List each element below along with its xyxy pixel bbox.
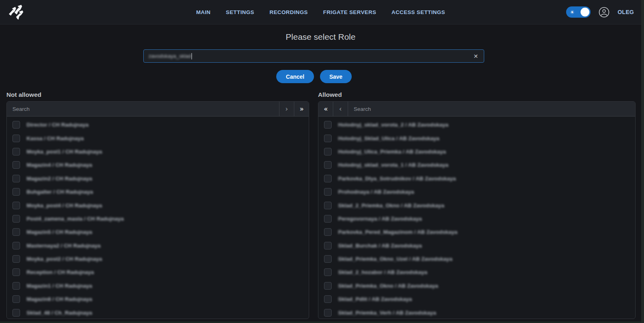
item-label: Sklad_Priemka_Okno_Uzel / AB Zavodskaya — [338, 256, 452, 262]
role-input-value: zavodskaya_sklad — [149, 53, 191, 59]
list-item: Moyka_post2 / CH Radujnaya — [7, 252, 309, 266]
item-label: Post4_zamena_masla / CH Radujnaya — [26, 216, 124, 222]
item-checkbox[interactable] — [324, 188, 332, 196]
item-label: Magazin8 / CH Radujnaya — [26, 296, 92, 302]
allowed-list: Holodnyj_sklad_vorota_2 / AB ZavodskayaH… — [318, 117, 635, 319]
item-checkbox[interactable] — [324, 295, 332, 303]
cancel-button[interactable]: Cancel — [276, 70, 314, 83]
horizontal-scrollbar[interactable] — [0, 321, 641, 323]
item-checkbox[interactable] — [12, 242, 20, 249]
toggle-knob — [581, 8, 589, 16]
item-checkbox[interactable] — [12, 268, 20, 276]
allowed-search-input[interactable] — [348, 102, 635, 116]
nav-item-recordings[interactable]: RECORDINGS — [269, 9, 308, 15]
item-label: Sklad_Burchak / AB Zavodskaya — [338, 243, 422, 249]
item-checkbox[interactable] — [324, 135, 332, 142]
item-checkbox[interactable] — [324, 215, 332, 223]
item-label: Sklad_2_Priemka_Okno / AB Zavodskaya — [338, 202, 444, 209]
item-checkbox[interactable] — [12, 121, 20, 129]
main-nav-menu: MAIN SETTINGS RECORDINGS FRIGATE SERVERS… — [196, 9, 445, 15]
not-allowed-list: Director / CH RadujnayaKassa / CH Radujn… — [7, 117, 309, 319]
list-item: Reception / CH Radujnaya — [7, 266, 309, 279]
item-checkbox[interactable] — [12, 309, 20, 317]
item-checkbox[interactable] — [12, 202, 20, 209]
list-item: Sklad_2_Priemka_Okno / AB Zavodskaya — [318, 198, 635, 212]
nav-item-main[interactable]: MAIN — [196, 9, 210, 15]
list-item: Sklad_48 / Ch_Radujnaya — [7, 306, 309, 319]
item-checkbox[interactable] — [324, 121, 332, 129]
not-allowed-header: › » — [7, 102, 309, 117]
list-item: Moyka_post1 / CH Radujnaya — [7, 145, 309, 158]
navbar-right: ☀ OLEG — [566, 6, 634, 18]
item-checkbox[interactable] — [324, 228, 332, 236]
item-checkbox[interactable] — [12, 175, 20, 182]
list-item: Peregovornaya / AB Zavodskaya — [318, 212, 635, 225]
item-checkbox[interactable] — [12, 188, 20, 196]
list-item: Magazin8 / CH Radujnaya — [7, 292, 309, 306]
user-circle-icon[interactable] — [599, 7, 609, 18]
item-checkbox[interactable] — [12, 161, 20, 169]
item-label: Sklad_2_hozabor / AB Zavodskaya — [338, 269, 427, 275]
item-label: Sklad_Pdlit / AB Zavodskaya — [338, 296, 412, 302]
role-input[interactable]: zavodskaya_sklad ✕ — [143, 49, 484, 63]
item-label: Buhgalter / CH Radujnaya — [26, 189, 93, 195]
not-allowed-panel: › » Director / CH RadujnayaKassa / CH Ra… — [6, 101, 309, 319]
list-item: Post4_zamena_masla / CH Radujnaya — [7, 212, 309, 225]
list-item: Prohodnaya / AB Zavodskaya — [318, 185, 635, 198]
move-all-right-icon[interactable]: » — [294, 102, 309, 116]
item-checkbox[interactable] — [12, 255, 20, 263]
allowed-title: Allowed — [318, 91, 342, 98]
clear-input-icon[interactable]: ✕ — [473, 53, 479, 60]
item-label: Reception / CH Radujnaya — [26, 269, 94, 275]
item-label: Holodnyj_sklad_vorota_1 / AB Zavodskaya — [338, 162, 448, 168]
item-checkbox[interactable] — [12, 282, 20, 290]
item-label: Parkovka_Dlya_Sotrudnikov / AB Zavodskay… — [338, 176, 456, 182]
item-checkbox[interactable] — [324, 282, 332, 290]
item-checkbox[interactable] — [12, 295, 20, 303]
list-item: Magazin5 / CH Radujnaya — [7, 225, 309, 239]
item-checkbox[interactable] — [324, 202, 332, 209]
list-item: Magazin1 / CH Radujnaya — [7, 279, 309, 292]
item-checkbox[interactable] — [324, 175, 332, 182]
nav-item-access-settings[interactable]: ACCESS SETTINGS — [391, 9, 445, 15]
item-checkbox[interactable] — [12, 135, 20, 142]
not-allowed-search-input[interactable] — [7, 102, 279, 116]
sun-icon: ☀ — [570, 10, 575, 15]
item-checkbox[interactable] — [12, 148, 20, 155]
list-item: Sklad_2_hozabor / AB Zavodskaya — [318, 266, 635, 279]
allowed-header: « ‹ — [318, 102, 635, 117]
list-item: Sklad_Pdlit / AB Zavodskaya — [318, 292, 635, 306]
item-label: Magazin2 / CH Radujnaya — [26, 176, 92, 182]
item-checkbox[interactable] — [324, 255, 332, 263]
item-checkbox[interactable] — [324, 268, 332, 276]
item-label: Sklad_48 / Ch_Radujnaya — [26, 310, 92, 316]
move-all-left-icon[interactable]: « — [318, 102, 333, 116]
dialog-buttons: Cancel Save — [0, 70, 641, 83]
theme-toggle[interactable]: ☀ — [566, 6, 591, 18]
item-label: Magazin4 / CH Radujnaya — [26, 162, 92, 168]
nav-item-settings[interactable]: SETTINGS — [226, 9, 255, 15]
top-navbar: MAIN SETTINGS RECORDINGS FRIGATE SERVERS… — [0, 0, 641, 25]
item-checkbox[interactable] — [12, 228, 20, 236]
move-selected-left-icon[interactable]: ‹ — [333, 102, 348, 116]
list-item: Holodnyj_sklad_vorota_2 / AB Zavodskaya — [318, 118, 635, 131]
item-label: Prohodnaya / AB Zavodskaya — [338, 189, 414, 195]
list-item: Holodnyj_sklad_vorota_1 / AB Zavodskaya — [318, 158, 635, 172]
item-checkbox[interactable] — [324, 309, 332, 317]
allowed-panel: « ‹ Holodnyj_sklad_vorota_2 / AB Zavodsk… — [318, 101, 636, 319]
save-button[interactable]: Save — [320, 70, 352, 83]
item-checkbox[interactable] — [12, 215, 20, 223]
vertical-scrollbar[interactable] — [641, 0, 644, 323]
item-checkbox[interactable] — [324, 148, 332, 155]
item-checkbox[interactable] — [324, 161, 332, 169]
nav-item-frigate-servers[interactable]: FRIGATE SERVERS — [323, 9, 376, 15]
item-checkbox[interactable] — [324, 242, 332, 249]
item-label: Magazin1 / CH Radujnaya — [26, 283, 92, 289]
item-label: Moyka_post2 / CH Radujnaya — [26, 256, 102, 262]
text-caret — [192, 53, 192, 59]
username-label[interactable]: OLEG — [618, 9, 634, 15]
item-label: Kassa / CH Radujnaya — [26, 135, 84, 141]
move-selected-right-icon[interactable]: › — [279, 102, 294, 116]
list-item: Sklad_Priemka_Okno_Uzel / AB Zavodskaya — [318, 252, 635, 266]
frigate-birds-logo[interactable] — [7, 3, 26, 21]
